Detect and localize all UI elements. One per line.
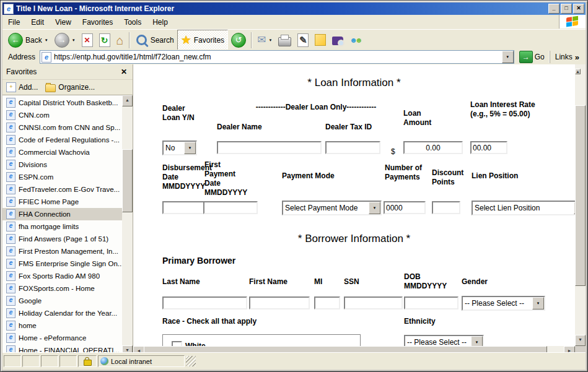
- favorites-button[interactable]: ★ Favorites: [177, 30, 228, 51]
- edit-icon: ✎: [299, 35, 307, 46]
- dob-input[interactable]: [404, 296, 459, 309]
- favorites-item[interactable]: eFedTraveler.com E-Gov Trave...: [2, 183, 122, 196]
- first-name-input[interactable]: [249, 296, 310, 309]
- organize-favorites-button[interactable]: Organize...: [45, 82, 95, 92]
- ethnicity-select[interactable]: -- Please Select -- ▼: [404, 335, 484, 346]
- address-url[interactable]: https://entp.hud.gov/title1/html/f72loan…: [54, 53, 499, 61]
- messenger-icon: ☻☻: [349, 36, 360, 45]
- favorites-item[interactable]: eFirst Preston Management, In...: [2, 245, 122, 257]
- menu-help[interactable]: Help: [147, 16, 173, 28]
- dealer-tax-id-input[interactable]: [325, 141, 380, 154]
- scroll-up-icon[interactable]: ▲: [575, 69, 581, 74]
- links-chevron-icon[interactable]: »: [575, 53, 579, 62]
- links-label[interactable]: Links: [555, 53, 573, 61]
- address-input[interactable]: e https://entp.hud.gov/title1/html/f72lo…: [40, 50, 514, 64]
- select-dropdown-icon[interactable]: ▼: [532, 297, 544, 309]
- ie-page-icon: e: [6, 308, 15, 318]
- minimize-button[interactable]: _: [548, 4, 559, 14]
- favorites-item[interactable]: eFMS Enterprise Single Sign On...: [2, 257, 122, 270]
- menu-bar: File Edit View Favorites Tools Help: [2, 15, 586, 30]
- home-button[interactable]: ⌂: [113, 30, 127, 50]
- ethnicity-label: Ethnicity: [404, 317, 436, 326]
- menu-view[interactable]: View: [50, 16, 77, 28]
- scroll-up-icon[interactable]: ▲: [122, 95, 133, 106]
- mail-dropdown-icon[interactable]: ▼: [268, 38, 272, 42]
- favorites-item[interactable]: eFFIEC Home Page: [2, 196, 122, 208]
- go-button[interactable]: →: [519, 51, 533, 63]
- num-payments-input[interactable]: [384, 201, 426, 214]
- favorites-item[interactable]: eFOXSports.com - Home: [2, 282, 122, 295]
- favorites-item[interactable]: eHome - ePeformance: [2, 332, 122, 344]
- favorites-item[interactable]: ehome: [2, 319, 122, 332]
- address-dropdown-button[interactable]: ▼: [502, 51, 514, 63]
- favorites-item[interactable]: eCNNSI.com from CNN and Sp...: [2, 121, 122, 134]
- menu-tools[interactable]: Tools: [118, 16, 147, 28]
- favorites-item[interactable]: eHoliday Calendar for the Year...: [2, 307, 122, 319]
- dealer-loan-select[interactable]: No ▼: [162, 141, 197, 155]
- favorites-item[interactable]: eCNN.com: [2, 109, 122, 121]
- resize-grip[interactable]: [186, 356, 196, 366]
- mail-button[interactable]: ✉ ▼: [254, 30, 275, 50]
- select-dropdown-icon[interactable]: ▼: [184, 142, 196, 154]
- favorites-item[interactable]: eFind Answers (Page 1 of 51): [2, 233, 122, 245]
- gender-select[interactable]: -- Please Select -- ▼: [462, 296, 545, 311]
- race-white-checkbox[interactable]: [172, 341, 182, 346]
- favorites-item[interactable]: eFox Sports Radio AM 980: [2, 270, 122, 282]
- payment-mode-select[interactable]: Select Payment Mode ▼: [282, 201, 382, 215]
- dealer-name-input[interactable]: [217, 141, 322, 154]
- maximize-button[interactable]: □: [561, 4, 572, 14]
- lien-position-select[interactable]: Select Lien Position ▼: [472, 201, 575, 215]
- research-button[interactable]: [329, 30, 346, 50]
- stop-button[interactable]: ✕: [79, 30, 96, 50]
- go-label[interactable]: Go: [535, 53, 545, 61]
- first-payment-date-input[interactable]: [203, 201, 258, 214]
- interest-rate-input[interactable]: [470, 141, 507, 154]
- discount-points-input[interactable]: [432, 201, 460, 214]
- print-button[interactable]: [275, 30, 294, 50]
- messenger-button[interactable]: ☻☻: [346, 30, 363, 50]
- note-icon: [315, 34, 326, 46]
- favorites-item[interactable]: eCapital District Youth Basketb...: [2, 97, 122, 109]
- select-dropdown-icon[interactable]: ▼: [471, 336, 483, 346]
- status-pane: [59, 355, 77, 367]
- forward-button[interactable]: → ▼: [51, 30, 79, 50]
- favorites-item[interactable]: eDivisions: [2, 158, 122, 171]
- history-button[interactable]: ↺: [228, 30, 249, 50]
- favorites-actions: + Add... Organize...: [2, 80, 133, 95]
- content-vertical-scrollbar[interactable]: ▲ ▼: [575, 64, 586, 346]
- search-button[interactable]: Search: [132, 30, 177, 50]
- mi-input[interactable]: [314, 296, 340, 309]
- ie-page-icon: e: [6, 160, 15, 170]
- scrollbar-thumb[interactable]: [575, 105, 586, 286]
- edit-button[interactable]: ✎: [294, 30, 312, 50]
- race-options-box: White: [162, 334, 361, 346]
- favorites-item[interactable]: eCommercial Wachovia: [2, 146, 122, 158]
- favorites-item-selected[interactable]: eFHA Connection: [2, 208, 122, 220]
- history-icon: ↺: [231, 33, 246, 48]
- select-dropdown-icon[interactable]: ▼: [369, 202, 380, 214]
- discuss-button[interactable]: [312, 30, 329, 50]
- forward-dropdown-icon[interactable]: ▼: [72, 38, 76, 42]
- menu-file[interactable]: File: [2, 16, 25, 28]
- last-name-input[interactable]: [162, 296, 247, 309]
- back-button[interactable]: ← Back ▼: [5, 30, 51, 50]
- favorites-item[interactable]: eESPN.com: [2, 171, 122, 183]
- status-zone-pane: Local intranet: [98, 355, 185, 367]
- favorites-scrollbar[interactable]: ▲ ▼: [122, 95, 133, 357]
- favorites-panel-close-icon[interactable]: ✕: [119, 67, 129, 76]
- refresh-button[interactable]: ↻: [96, 30, 113, 50]
- favorites-item[interactable]: eGoogle: [2, 295, 122, 307]
- ssn-input[interactable]: [344, 296, 403, 309]
- status-pane: [41, 355, 58, 367]
- loan-amount-input[interactable]: [403, 141, 463, 154]
- scrollbar-thumb[interactable]: [122, 149, 133, 212]
- add-favorite-button[interactable]: + Add...: [6, 82, 38, 92]
- scroll-down-icon[interactable]: ▼: [575, 335, 586, 346]
- favorites-item[interactable]: efha mortgage limits: [2, 220, 122, 233]
- favorites-item[interactable]: eCode of Federal Regulations -...: [2, 134, 122, 146]
- links-bar[interactable]: Links »: [550, 51, 584, 63]
- back-dropdown-icon[interactable]: ▼: [45, 38, 48, 42]
- menu-edit[interactable]: Edit: [25, 16, 50, 28]
- close-button[interactable]: ✕: [573, 4, 584, 14]
- menu-favorites[interactable]: Favorites: [77, 16, 118, 28]
